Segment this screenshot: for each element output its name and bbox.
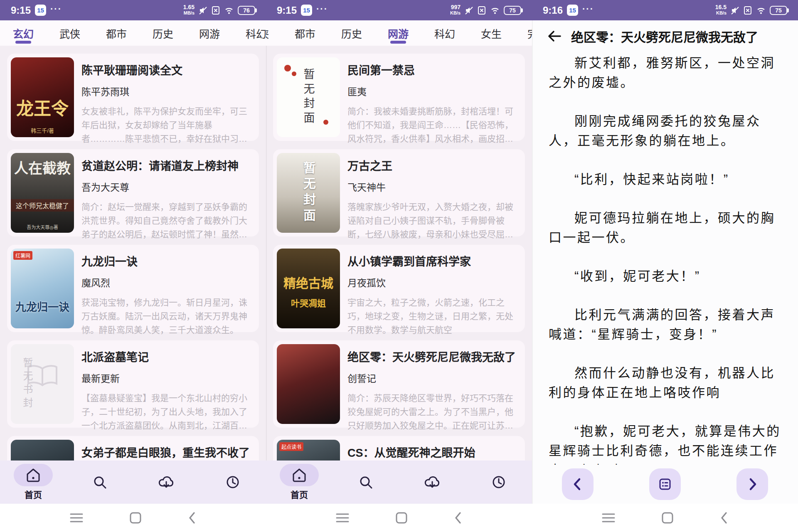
notification-badge: 15 bbox=[35, 5, 46, 16]
book-cover: 龙王令 韩三千/著 bbox=[11, 57, 74, 137]
more-notifications-icon: ··· bbox=[582, 4, 594, 15]
tab-wangyou[interactable]: 网游 bbox=[375, 20, 421, 46]
cover-placeholder-text: 暂无封面 bbox=[300, 68, 317, 126]
paragraph: 比利元气满满的回答，接着大声喊道：“星辉骑士，变身！” bbox=[549, 305, 781, 344]
back-arrow-icon[interactable] bbox=[546, 28, 563, 44]
book-card[interactable]: 人在截教 这个师兄太稳健了 吾为大天尊◎著 贫道赵公明：请诸道友上榜封神 吾为大… bbox=[7, 149, 259, 236]
paragraph: “收到，妮可老大！” bbox=[549, 266, 781, 286]
book-description: 宇宙之大，粒子之微，火箭之速，化工之巧，地球之变，生物之谜，日用之繁，无处不用数… bbox=[347, 296, 518, 337]
tab-dushi[interactable]: 都市 bbox=[93, 20, 140, 46]
book-card[interactable]: 起点读书 CS：从觉醒死神之眼开始 传奇海鲜 bbox=[273, 436, 525, 461]
book-author: 最新更新 bbox=[81, 371, 252, 385]
paragraph: “抱歉，妮可老大，就算是伟大的星辉骑士比利奇德，也不能连续工作十二个小时。” bbox=[549, 421, 781, 465]
book-card[interactable]: 暂无封面 民间第一禁忌 匪夷 简介：我被未婚妻挑断筋脉，封棺活埋！可他们不知道，… bbox=[273, 54, 525, 141]
sim-error-icon bbox=[743, 6, 752, 15]
recents-icon[interactable] bbox=[336, 513, 349, 523]
nav-downloads[interactable] bbox=[405, 474, 459, 490]
mute-icon bbox=[730, 6, 739, 15]
cover-subtitle-text: 叶哭凋姐 bbox=[277, 296, 340, 309]
book-cover: 起点读书 bbox=[277, 440, 340, 461]
nav-search[interactable] bbox=[73, 474, 127, 490]
home-square-icon[interactable] bbox=[396, 512, 407, 524]
mute-icon bbox=[464, 6, 473, 15]
nav-home-label: 首页 bbox=[291, 488, 308, 500]
home-square-icon[interactable] bbox=[662, 512, 673, 524]
android-navigation-bar bbox=[266, 504, 532, 532]
nav-search[interactable] bbox=[339, 474, 393, 490]
nav-history[interactable] bbox=[206, 474, 260, 490]
cloud-download-icon bbox=[424, 474, 441, 490]
book-description: 【盗墓悬疑鉴宝】我是一个东北山村的穷小子，二十世纪初，为了出人头地，我加入了一个… bbox=[81, 391, 252, 432]
cover-title-text: 九龙归一诀 bbox=[15, 298, 69, 314]
status-bar: 9:15 15 ··· 997KB/s 75 bbox=[266, 0, 532, 20]
tab-kehuan[interactable]: 科幻 bbox=[421, 20, 468, 46]
book-title: 陈平耿珊珊阅读全文 bbox=[81, 62, 252, 78]
tab-wangyou[interactable]: 网游 bbox=[186, 20, 233, 46]
cloud-download-icon bbox=[158, 474, 175, 490]
tab-dushi[interactable]: 都市 bbox=[282, 20, 328, 46]
sim-error-icon bbox=[477, 6, 486, 15]
book-description: 简介：苏辰天降绝区零世界，好巧不巧落在狡兔屋妮可的大雷之上。为了不当黑户，他只好… bbox=[347, 391, 518, 432]
screen-middle-book-list: 9:15 15 ··· 997KB/s 75 武侠 都市 历史 网游 科幻 女生… bbox=[266, 0, 532, 532]
reader-text-body[interactable]: 新艾利都，雅努斯区，一处空洞之外的废墟。 刚刚完成绳网委托的狡兔屋众人，正毫无形… bbox=[549, 53, 781, 465]
cover-byline-text: 吾为大天尊◎著 bbox=[11, 224, 74, 230]
book-description: 获混沌宝物，修九龙归一。斩日月星河，诛万古妖魔。陆沉一出风云动，诸天万界鬼神惊。… bbox=[81, 296, 252, 337]
book-card[interactable]: 暂无书封 北派盗墓笔记 最新更新 【盗墓悬疑鉴宝】我是一个东北山村的穷小子，二十… bbox=[7, 340, 259, 428]
previous-chapter-button[interactable] bbox=[562, 468, 594, 500]
nav-home[interactable]: 首页 bbox=[6, 464, 60, 500]
book-description: 落魄家族少爷叶无双，入赘大婚之夜，却被诬陷对自己小姨子图谋不轨，手骨脚骨被断，七… bbox=[347, 200, 518, 241]
back-icon[interactable] bbox=[454, 512, 462, 524]
tab-lishi[interactable]: 历史 bbox=[328, 20, 375, 46]
wifi-icon bbox=[756, 6, 766, 15]
book-author: 创誓记 bbox=[347, 371, 518, 385]
tab-wuxia[interactable]: 武侠 bbox=[47, 20, 93, 46]
network-speed: 1.65MB/s bbox=[183, 5, 195, 16]
battery-icon: 75 bbox=[504, 6, 521, 15]
cover-title-text: 龙王令 bbox=[16, 94, 69, 120]
bottom-navigation: 首页 bbox=[0, 461, 266, 504]
tab-kehuan[interactable]: 科幻 bbox=[233, 20, 266, 46]
book-cover-placeholder: 暂无封面 bbox=[277, 57, 340, 137]
nav-home[interactable]: 首页 bbox=[272, 464, 326, 500]
home-icon bbox=[25, 467, 42, 483]
nav-downloads[interactable] bbox=[139, 474, 193, 490]
recents-icon[interactable] bbox=[602, 513, 615, 523]
table-of-contents-button[interactable] bbox=[649, 468, 681, 500]
book-card[interactable]: 红薯网 九龙归一诀 九龙归一诀 魔风烈 获混沌宝物，修九龙归一。斩日月星河，诛万… bbox=[7, 245, 259, 332]
book-title: 民间第一禁忌 bbox=[347, 62, 518, 78]
tab-lishi[interactable]: 历史 bbox=[140, 20, 186, 46]
book-card[interactable]: 龙王令 韩三千/著 陈平耿珊珊阅读全文 陈平苏雨琪 女友被非礼，陈平为保护女友而… bbox=[7, 54, 259, 141]
book-author: 月夜孤饮 bbox=[347, 275, 518, 289]
screen-left-book-list: 9:15 15 ··· 1.65MB/s 76 玄幻 武侠 都市 历史 网游 科… bbox=[0, 0, 266, 532]
tab-wanben[interactable]: 完本 bbox=[515, 20, 532, 46]
clock-icon bbox=[490, 474, 507, 490]
home-square-icon[interactable] bbox=[130, 512, 141, 524]
chevron-right-icon bbox=[744, 476, 761, 493]
book-cover-placeholder: 暂无封面 bbox=[277, 153, 340, 233]
book-author: 吾为大天尊 bbox=[81, 180, 252, 194]
book-cover: 红薯网 九龙归一诀 bbox=[11, 249, 74, 328]
contents-list-icon bbox=[657, 476, 673, 493]
android-navigation-bar bbox=[0, 504, 266, 532]
book-title: 九龙归一诀 bbox=[81, 253, 252, 269]
book-list: 龙王令 韩三千/著 陈平耿珊珊阅读全文 陈平苏雨琪 女友被非礼，陈平为保护女友而… bbox=[0, 46, 266, 461]
tab-xuanhuan[interactable]: 玄幻 bbox=[0, 20, 47, 46]
book-cover bbox=[11, 440, 74, 461]
cover-placeholder-text: 暂无书封 bbox=[20, 357, 34, 411]
network-speed: 997KB/s bbox=[450, 5, 461, 16]
tab-wuxia[interactable]: 武侠 bbox=[266, 20, 282, 46]
tab-nvsheng[interactable]: 女生 bbox=[468, 20, 515, 46]
back-icon[interactable] bbox=[720, 512, 728, 524]
book-card[interactable]: 暂无封面 万古之王 飞天神牛 落魄家族少爷叶无双，入赘大婚之夜，却被诬陷对自己小… bbox=[273, 149, 525, 236]
recents-icon[interactable] bbox=[70, 513, 83, 523]
book-card[interactable]: 精绝古城 叶哭凋姐 从小镇学霸到首席科学家 月夜孤饮 宇宙之大，粒子之微，火箭之… bbox=[273, 245, 525, 332]
next-chapter-button[interactable] bbox=[736, 468, 768, 500]
book-card[interactable]: 女弟子都是白眼狼，重生我不收了 蛇精病QvQ bbox=[7, 436, 259, 461]
book-cover-placeholder: 暂无书封 bbox=[11, 344, 74, 424]
more-notifications-icon: ··· bbox=[50, 4, 62, 15]
book-description: 女友被非礼，陈平为保护女友而坐牢，可三年后出狱，女友却嫁给了当年施暴者…………陈… bbox=[81, 104, 252, 145]
book-card[interactable]: 绝区零：天火劈死尼尼微我无敌了 创誓记 简介：苏辰天降绝区零世界，好巧不巧落在狡… bbox=[273, 340, 525, 428]
screen-right-reader: 9:16 15 ··· 16.5KB/s 75 绝区零：天火劈死尼尼微我无敌了 … bbox=[532, 0, 798, 532]
nav-history[interactable] bbox=[472, 474, 526, 490]
back-icon[interactable] bbox=[188, 512, 196, 524]
